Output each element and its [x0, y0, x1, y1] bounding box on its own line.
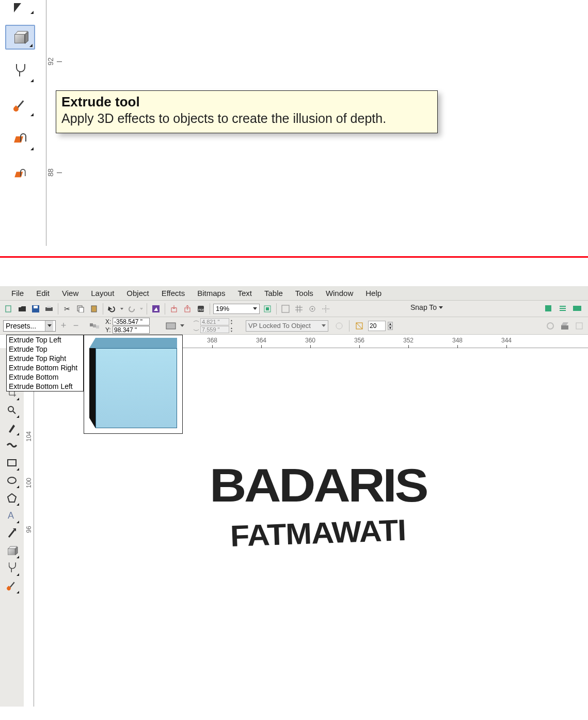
extrusion-type-icon[interactable] — [89, 320, 100, 332]
ellipse-tool-icon[interactable] — [4, 472, 20, 489]
extrude-tool-icon[interactable] — [4, 542, 20, 559]
freehand-tool-icon[interactable] — [4, 419, 20, 436]
redo-icon[interactable] — [126, 303, 137, 315]
preset-option[interactable]: Extrude Bottom Left — [7, 382, 83, 391]
dynamic-guides-icon[interactable] — [320, 303, 331, 315]
dropdown-arrow-icon — [439, 306, 443, 309]
menu-file[interactable]: File — [5, 287, 30, 300]
svg-rect-30 — [576, 323, 582, 329]
zoom-tool-icon[interactable] — [4, 402, 20, 418]
undo-dropdown-icon[interactable] — [120, 303, 124, 315]
preset-option[interactable]: Extrude Top Left — [7, 335, 83, 345]
show-guidelines-icon[interactable] — [307, 303, 318, 315]
redo-dropdown-icon[interactable] — [139, 303, 144, 315]
svg-line-34 — [13, 411, 15, 414]
svg-point-36 — [8, 477, 16, 483]
save-icon[interactable] — [30, 303, 41, 315]
menu-view[interactable]: View — [56, 287, 85, 300]
dropdown-arrow-icon[interactable] — [180, 320, 185, 332]
extrude-preview — [84, 335, 183, 434]
standard-toolbar: ✂ PDF 19% Snap To — [0, 301, 588, 317]
presets-combo[interactable]: Presets... — [3, 320, 56, 332]
color-eyedropper-tool-button[interactable] — [5, 93, 35, 118]
table-tool-icon[interactable] — [4, 525, 20, 541]
menu-effects[interactable]: Effects — [155, 287, 192, 300]
transparency-tool-button[interactable] — [5, 59, 35, 84]
text-line-2: FATMAWATI — [112, 508, 525, 557]
copy-vp-icon[interactable] — [333, 320, 345, 332]
menu-help[interactable]: Help — [359, 287, 388, 300]
eyedropper-tool-icon[interactable] — [4, 577, 20, 594]
tool-unknown-top[interactable] — [5, 0, 35, 15]
full-screen-icon[interactable] — [262, 303, 273, 315]
show-grid-icon[interactable] — [293, 303, 305, 315]
extrusion-bevel-icon[interactable] — [574, 320, 585, 332]
menu-object[interactable]: Object — [120, 287, 155, 300]
menu-layout[interactable]: Layout — [85, 287, 120, 300]
preset-option[interactable]: Extrude Top — [7, 345, 83, 354]
add-preset-button[interactable]: + — [59, 320, 68, 331]
width-input[interactable]: 4.821 " — [200, 318, 229, 325]
x-coordinate-input[interactable]: -358.547 " — [113, 318, 150, 325]
extrude-tool-button[interactable] — [5, 25, 35, 50]
menu-table[interactable]: Table — [258, 287, 289, 300]
preset-option[interactable]: Extrude Bottom Right — [7, 363, 83, 372]
snap-to-button[interactable]: Snap To — [410, 303, 443, 311]
extrusion-rotation-icon[interactable] — [545, 320, 556, 332]
artwork-text[interactable]: BADARIS FATMAWATI — [122, 459, 514, 550]
smart-fill-tool-button[interactable] — [5, 161, 35, 186]
rectangle-tool-icon[interactable] — [4, 455, 20, 471]
undo-icon[interactable] — [106, 303, 118, 315]
preset-option[interactable]: Extrude Top Right — [7, 354, 83, 363]
corel-connect-icon[interactable] — [571, 303, 583, 314]
dropdown-arrow-icon — [322, 324, 326, 327]
new-icon[interactable] — [3, 303, 14, 315]
remove-preset-button[interactable]: − — [71, 320, 81, 331]
export-icon[interactable] — [182, 303, 193, 315]
menu-bar: File Edit View Layout Object Effects Bit… — [0, 286, 588, 301]
import-icon[interactable] — [168, 303, 180, 315]
artistic-media-tool-icon[interactable] — [4, 437, 20, 453]
depth-input[interactable]: 20 — [368, 321, 386, 331]
text-tool-icon[interactable]: A — [4, 507, 20, 524]
search-content-icon[interactable] — [150, 303, 162, 315]
app-launcher-icon[interactable] — [557, 303, 568, 314]
dropdown-arrow-icon — [47, 324, 52, 327]
transparency-tool-icon[interactable] — [4, 560, 20, 576]
print-icon[interactable] — [43, 303, 55, 315]
extrusion-color-icon[interactable] — [559, 320, 570, 332]
page-vp-icon[interactable] — [354, 320, 365, 332]
options-icon[interactable] — [543, 303, 554, 314]
preset-option[interactable]: Extrude Bottom — [7, 372, 83, 382]
show-rulers-icon[interactable] — [280, 303, 291, 315]
menu-tools[interactable]: Tools — [289, 287, 320, 300]
polygon-tool-icon[interactable] — [4, 490, 20, 506]
menu-edit[interactable]: Edit — [30, 287, 56, 300]
publish-pdf-icon[interactable]: PDF — [195, 303, 206, 315]
menu-window[interactable]: Window — [320, 287, 359, 300]
tooltip-description: Apply 3D effects to objects to create th… — [61, 110, 432, 128]
dropdown-arrow-icon — [253, 307, 257, 310]
svg-rect-5 — [47, 306, 51, 308]
zoom-level-combo[interactable]: 19% — [213, 304, 260, 314]
toolbox-column — [0, 0, 46, 246]
lock-ratio-icon — [193, 319, 199, 324]
menu-bitmaps[interactable]: Bitmaps — [191, 287, 231, 300]
extrusion-depth-type-icon[interactable] — [165, 320, 177, 332]
menu-text[interactable]: Text — [231, 287, 258, 300]
svg-point-33 — [8, 406, 13, 412]
paste-icon[interactable] — [88, 303, 100, 315]
open-icon[interactable] — [17, 303, 28, 315]
y-coordinate-input[interactable]: 98.347 " — [113, 326, 150, 334]
interactive-fill-tool-button[interactable] — [5, 127, 35, 152]
copy-icon[interactable] — [75, 303, 86, 315]
vanishing-point-combo[interactable]: VP Locked To Object — [246, 320, 328, 332]
height-input[interactable]: 7.559 " — [200, 326, 229, 333]
cut-icon[interactable]: ✂ — [61, 303, 73, 315]
property-bar: Presets... + − X: -358.547 " Y: 98.347 "… — [0, 317, 588, 335]
depth-spinner[interactable]: ▲▼ — [388, 322, 393, 330]
svg-point-18 — [312, 308, 313, 309]
svg-marker-37 — [8, 494, 16, 502]
y-label: Y: — [105, 326, 112, 334]
svg-rect-35 — [8, 460, 16, 466]
